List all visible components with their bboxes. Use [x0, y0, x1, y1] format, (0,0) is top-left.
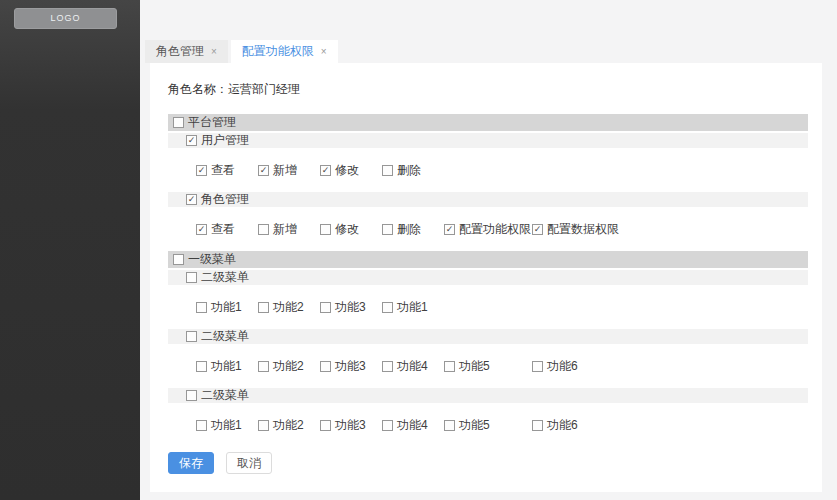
permission-subgroup-bar-level2-menu-2[interactable]: 二级菜单 — [168, 329, 808, 344]
group-label: 平台管理 — [188, 114, 236, 131]
logo-button[interactable]: LOGO — [14, 8, 117, 29]
permission-item[interactable]: 新增 — [258, 221, 320, 238]
tab-bar: 角色管理 × 配置功能权限 × — [145, 40, 837, 63]
checkbox-icon[interactable] — [444, 420, 455, 431]
tab-close-icon[interactable]: × — [321, 46, 327, 57]
permission-item[interactable]: 功能1 — [196, 299, 258, 316]
subgroup-label: 二级菜单 — [201, 328, 249, 345]
checkbox-icon[interactable] — [320, 302, 331, 313]
checkbox-icon[interactable] — [196, 224, 207, 235]
permission-item-row: 查看 新增 修改 删除 — [168, 148, 808, 192]
checkbox-icon[interactable] — [320, 224, 331, 235]
subgroup-label: 用户管理 — [201, 132, 249, 149]
permission-item[interactable]: 功能6 — [532, 358, 578, 375]
permission-item[interactable]: 查看 — [196, 162, 258, 179]
checkbox-icon[interactable] — [173, 117, 184, 128]
permission-subgroup-bar-user-management[interactable]: 用户管理 — [168, 133, 808, 148]
subgroup-label: 二级菜单 — [201, 269, 249, 286]
permission-item[interactable]: 功能1 — [382, 299, 428, 316]
permission-item[interactable]: 新增 — [258, 162, 320, 179]
checkbox-icon[interactable] — [186, 135, 197, 146]
role-name-label: 角色名称： — [168, 82, 228, 96]
checkbox-icon[interactable] — [444, 224, 455, 235]
permission-item[interactable]: 功能6 — [532, 417, 578, 434]
checkbox-icon[interactable] — [382, 165, 393, 176]
permission-item[interactable]: 功能2 — [258, 358, 320, 375]
permission-item[interactable]: 功能4 — [382, 358, 444, 375]
permission-subgroup-bar-level2-menu-1[interactable]: 二级菜单 — [168, 270, 808, 285]
permission-group-bar-platform[interactable]: 平台管理 — [168, 114, 808, 131]
checkbox-icon[interactable] — [186, 331, 197, 342]
subgroup-label: 角色管理 — [201, 191, 249, 208]
role-name-line: 角色名称：运营部门经理 — [168, 81, 808, 98]
permission-item[interactable]: 功能1 — [196, 417, 258, 434]
permissions-panel: 角色名称：运营部门经理 平台管理 用户管理 查看 新增 修改 — [150, 63, 822, 492]
main-content: 角色管理 × 配置功能权限 × 角色名称：运营部门经理 平台管理 用户管理 查看 — [140, 0, 837, 500]
permission-item[interactable]: 功能3 — [320, 358, 382, 375]
checkbox-icon[interactable] — [186, 272, 197, 283]
permission-group-bar-level1-menu[interactable]: 一级菜单 — [168, 251, 808, 268]
tab-close-icon[interactable]: × — [211, 46, 217, 57]
role-name-value: 运营部门经理 — [228, 82, 300, 96]
checkbox-icon[interactable] — [532, 361, 543, 372]
permission-item[interactable]: 删除 — [382, 221, 444, 238]
tab-role-management[interactable]: 角色管理 × — [145, 40, 228, 63]
permission-item-row: 功能1 功能2 功能3 功能1 — [168, 285, 808, 329]
checkbox-icon[interactable] — [196, 361, 207, 372]
checkbox-icon[interactable] — [258, 165, 269, 176]
permission-item-row: 功能1 功能2 功能3 功能4 功能5 功能6 — [168, 403, 808, 447]
checkbox-icon[interactable] — [258, 224, 269, 235]
checkbox-icon[interactable] — [382, 224, 393, 235]
checkbox-icon[interactable] — [532, 224, 543, 235]
form-actions: 保存 取消 — [168, 452, 808, 474]
tab-label: 配置功能权限 — [242, 43, 314, 60]
permission-item[interactable]: 功能4 — [382, 417, 444, 434]
checkbox-icon[interactable] — [382, 420, 393, 431]
checkbox-icon[interactable] — [320, 165, 331, 176]
permission-item[interactable]: 修改 — [320, 221, 382, 238]
tab-label: 角色管理 — [156, 43, 204, 60]
permission-item-row: 功能1 功能2 功能3 功能4 功能5 功能6 — [168, 344, 808, 388]
checkbox-icon[interactable] — [196, 420, 207, 431]
permission-item[interactable]: 功能5 — [444, 358, 532, 375]
checkbox-icon[interactable] — [382, 302, 393, 313]
checkbox-icon[interactable] — [196, 302, 207, 313]
cancel-button[interactable]: 取消 — [226, 452, 272, 474]
checkbox-icon[interactable] — [258, 361, 269, 372]
subgroup-label: 二级菜单 — [201, 387, 249, 404]
permission-item[interactable]: 功能1 — [196, 358, 258, 375]
save-button[interactable]: 保存 — [168, 452, 214, 474]
checkbox-icon[interactable] — [186, 390, 197, 401]
permission-subgroup-bar-level2-menu-3[interactable]: 二级菜单 — [168, 388, 808, 403]
permission-item[interactable]: 删除 — [382, 162, 421, 179]
permission-item[interactable]: 配置功能权限 — [444, 221, 532, 238]
permission-item[interactable]: 查看 — [196, 221, 258, 238]
permission-item[interactable]: 功能3 — [320, 417, 382, 434]
checkbox-icon[interactable] — [382, 361, 393, 372]
permission-item[interactable]: 功能2 — [258, 299, 320, 316]
permission-item[interactable]: 功能5 — [444, 417, 532, 434]
group-label: 一级菜单 — [188, 251, 236, 268]
permission-item[interactable]: 配置数据权限 — [532, 221, 619, 238]
permission-item[interactable]: 功能3 — [320, 299, 382, 316]
checkbox-icon[interactable] — [196, 165, 207, 176]
permission-item[interactable]: 修改 — [320, 162, 382, 179]
sidebar: LOGO — [0, 0, 140, 500]
checkbox-icon[interactable] — [444, 361, 455, 372]
checkbox-icon[interactable] — [320, 420, 331, 431]
checkbox-icon[interactable] — [320, 361, 331, 372]
checkbox-icon[interactable] — [258, 302, 269, 313]
tab-configure-function-permissions[interactable]: 配置功能权限 × — [231, 40, 338, 63]
permission-item[interactable]: 功能2 — [258, 417, 320, 434]
checkbox-icon[interactable] — [258, 420, 269, 431]
checkbox-icon[interactable] — [532, 420, 543, 431]
checkbox-icon[interactable] — [186, 194, 197, 205]
permission-item-row: 查看 新增 修改 删除 配置功能权限 配置数据权限 — [168, 207, 808, 251]
checkbox-icon[interactable] — [173, 254, 184, 265]
permission-subgroup-bar-role-management[interactable]: 角色管理 — [168, 192, 808, 207]
